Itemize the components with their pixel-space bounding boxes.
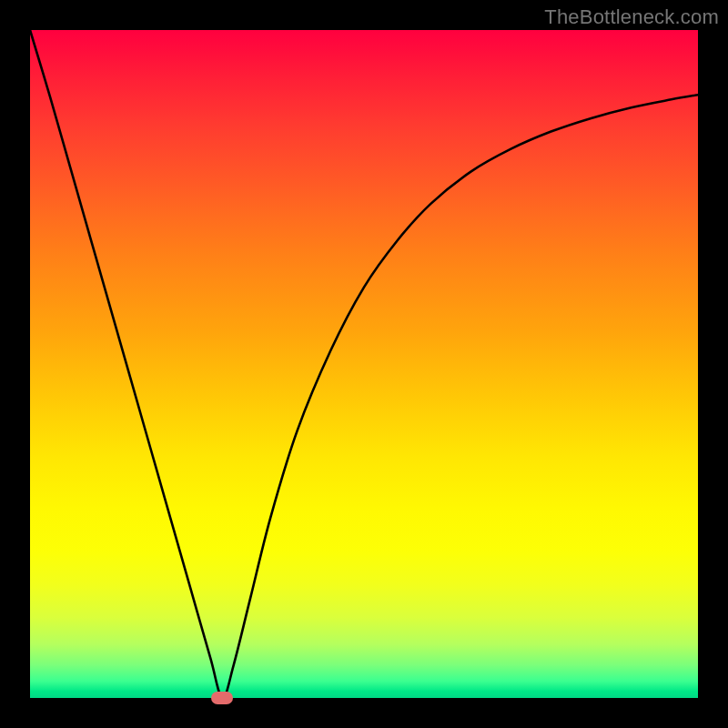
chart-frame: TheBottleneck.com xyxy=(0,0,728,728)
watermark-text: TheBottleneck.com xyxy=(544,5,719,29)
sweet-spot-marker xyxy=(211,692,233,704)
bottleneck-curve xyxy=(30,30,698,698)
plot-area xyxy=(30,30,698,698)
